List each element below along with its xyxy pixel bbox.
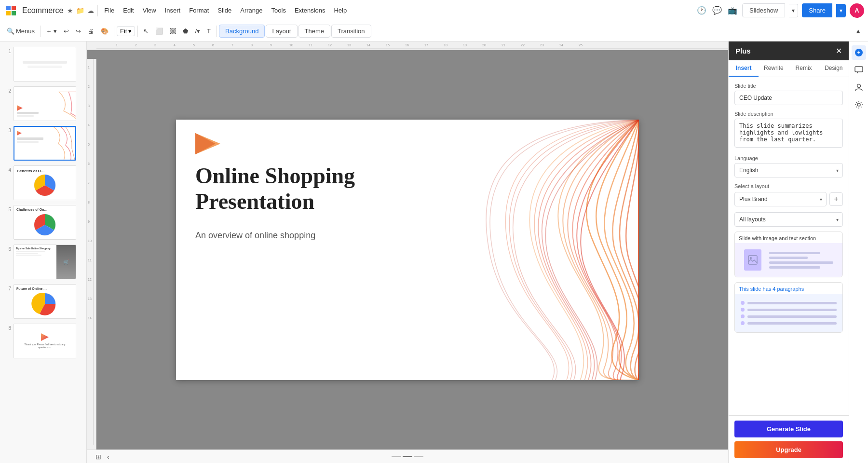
svg-text:6: 6: [212, 43, 214, 47]
svg-text:17: 17: [424, 43, 428, 47]
svg-text:5: 5: [193, 43, 195, 47]
svg-text:10: 10: [289, 43, 293, 47]
slide-canvas[interactable]: Online Shopping Presentation An overview…: [176, 120, 639, 380]
undo-btn[interactable]: ↩: [61, 26, 72, 37]
side-plus-icon-btn[interactable]: +: [852, 45, 866, 60]
plus-tabs: Insert Rewrite Remix Design: [729, 60, 849, 77]
all-layouts-select[interactable]: All layouts Title slides Content slides: [734, 212, 843, 227]
layout-selects: Plus Brand Custom Brand ▾ +: [734, 192, 843, 206]
menu-help[interactable]: Help: [330, 5, 351, 16]
generate-slide-btn[interactable]: Generate Slide: [734, 421, 843, 437]
cloud-icon[interactable]: ☁: [87, 7, 94, 14]
tab-rewrite[interactable]: Rewrite: [759, 60, 788, 77]
page-dot-3: [414, 456, 423, 457]
paint-format-btn[interactable]: 🎨: [98, 26, 111, 37]
star-icon[interactable]: ★: [67, 7, 73, 14]
share-dropdown[interactable]: ▾: [836, 4, 846, 17]
svg-text:18: 18: [444, 43, 448, 47]
upgrade-btn[interactable]: Upgrade: [734, 441, 843, 458]
plus-close-btn[interactable]: ✕: [836, 46, 842, 55]
folder-icon[interactable]: 📁: [76, 7, 84, 14]
slide-subtitle[interactable]: An overview of online shopping: [195, 231, 315, 241]
search-menus-btn[interactable]: 🔍 Menus: [4, 26, 38, 37]
slide-desc-textarea[interactable]: This slide summarizes highlights and low…: [734, 119, 843, 148]
add-slide-btn[interactable]: ＋▾: [43, 25, 60, 38]
language-select[interactable]: English Spanish French: [734, 163, 843, 177]
svg-text:23: 23: [540, 43, 544, 47]
layout-card-paragraphs[interactable]: This slide has 4 paragraphs: [734, 282, 843, 333]
image-insert-btn[interactable]: 🖼: [167, 26, 179, 37]
side-settings-icon-btn[interactable]: [852, 97, 866, 112]
tab-insert[interactable]: Insert: [729, 60, 759, 77]
comments-icon[interactable]: 💬: [712, 6, 722, 15]
slide-thumb-4[interactable]: 4 Benefits of Online...: [3, 164, 83, 202]
menu-view[interactable]: View: [139, 5, 160, 16]
menu-insert[interactable]: Insert: [161, 5, 185, 16]
share-button[interactable]: Share: [802, 3, 832, 17]
select-region-btn[interactable]: ⬜: [152, 26, 166, 37]
print-btn[interactable]: 🖨: [85, 26, 97, 37]
theme-btn[interactable]: Theme: [298, 25, 330, 38]
para-row-2: [741, 308, 837, 312]
menu-slide[interactable]: Slide: [214, 5, 235, 16]
zoom-select[interactable]: Fit ▾: [117, 26, 135, 36]
brand-select[interactable]: Plus Brand Custom Brand: [734, 192, 827, 206]
slide-thumb-5[interactable]: 5 Challenges of Online...: [3, 204, 83, 241]
slide-title-input[interactable]: [734, 91, 843, 105]
slide-desc-label: Slide description: [734, 111, 843, 117]
collapse-toolbar-btn[interactable]: ▲: [852, 26, 864, 37]
tab-remix[interactable]: Remix: [789, 60, 819, 77]
svg-text:3: 3: [154, 43, 156, 47]
layout-add-btn[interactable]: +: [829, 192, 843, 206]
menu-extensions[interactable]: Extensions: [291, 5, 329, 16]
svg-text:12: 12: [328, 43, 332, 47]
svg-text:6: 6: [88, 162, 90, 165]
collapse-panel-btn[interactable]: ‹: [104, 451, 112, 463]
slide-thumb-2[interactable]: 2: [3, 85, 83, 123]
text-box-btn[interactable]: T: [204, 26, 214, 37]
svg-text:2: 2: [88, 85, 90, 88]
slideshow-dropdown[interactable]: ▾: [789, 4, 798, 17]
history-icon[interactable]: 🕐: [697, 6, 706, 15]
redo-btn[interactable]: ↪: [73, 26, 84, 37]
line-btn[interactable]: /▾: [192, 26, 203, 37]
layout-card-image-text[interactable]: Slide with image and text section: [734, 232, 843, 277]
svg-text:24: 24: [559, 43, 563, 47]
slideshow-button[interactable]: Slideshow: [742, 3, 785, 17]
menu-edit[interactable]: Edit: [119, 5, 137, 16]
background-btn[interactable]: Background: [219, 25, 265, 38]
svg-text:4: 4: [88, 123, 90, 127]
slide-thumb-8[interactable]: 8 Thank you. Please feel free to ask any…: [3, 322, 83, 360]
tab-design[interactable]: Design: [819, 60, 849, 77]
side-person-icon-btn[interactable]: [852, 80, 866, 95]
top-right-buttons: 🕐 💬 📺 Slideshow ▾ Share ▾ A: [696, 3, 864, 18]
page-dot-1: [392, 456, 401, 457]
svg-text:22: 22: [521, 43, 525, 47]
present-icon[interactable]: 📺: [728, 6, 737, 15]
slide-thumb-6[interactable]: 6 Tips for Safe Online Shopping 🛒: [3, 243, 83, 281]
svg-text:15: 15: [386, 43, 390, 47]
slide-image-2: [14, 86, 76, 121]
slide-thumb-3[interactable]: 3: [3, 124, 83, 162]
menu-format[interactable]: Format: [185, 5, 213, 16]
grid-view-btn[interactable]: ⊞: [93, 451, 104, 463]
svg-point-52: [857, 84, 860, 88]
menu-arrange[interactable]: Arrange: [236, 5, 266, 16]
slide-thumb-1[interactable]: 1: [3, 45, 83, 83]
layout-card1-preview: [735, 243, 842, 277]
svg-text:3: 3: [88, 104, 90, 108]
shape-btn[interactable]: ⬟: [180, 26, 191, 37]
svg-point-53: [857, 103, 860, 106]
select-tool-btn[interactable]: ↖: [140, 26, 151, 37]
menu-file[interactable]: File: [100, 5, 118, 16]
slide-thumb-7[interactable]: 7 Future of Online Shop...: [3, 283, 83, 320]
svg-text:13: 13: [347, 43, 351, 47]
svg-text:1: 1: [88, 66, 90, 69]
main-area: 1 2: [0, 41, 868, 463]
menu-tools[interactable]: Tools: [268, 5, 290, 16]
avatar[interactable]: A: [850, 3, 864, 18]
side-chat-icon-btn[interactable]: [852, 63, 866, 77]
slide-image-5: Challenges of Online...: [14, 205, 76, 240]
transition-btn[interactable]: Transition: [331, 25, 371, 38]
layout-btn[interactable]: Layout: [266, 25, 297, 38]
